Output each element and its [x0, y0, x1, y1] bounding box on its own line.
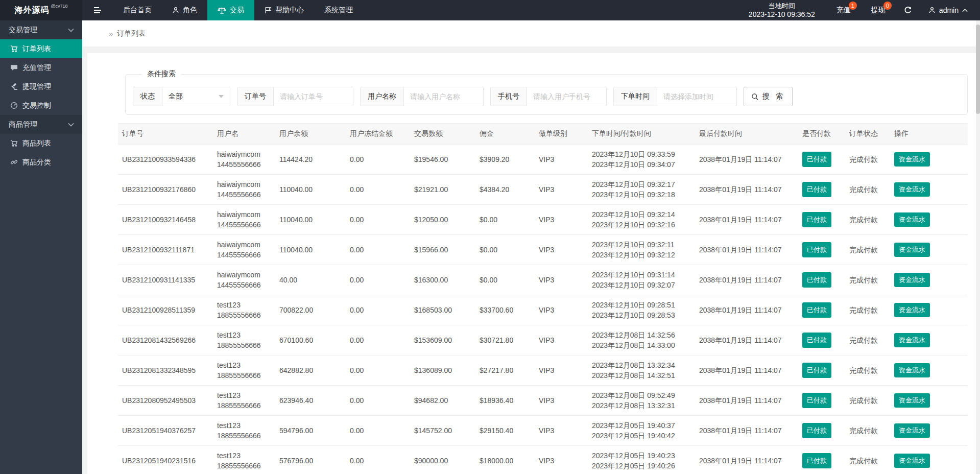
trade-amount-cell: $153609.00 — [410, 325, 475, 356]
order-time-text: 2023年12月10日 09:32:11 — [592, 240, 691, 250]
nav-item-home[interactable]: 后台首页 — [113, 0, 162, 20]
column-header: 最后付款时间 — [695, 124, 798, 145]
paid-status-badge[interactable]: 已付款 — [802, 453, 831, 468]
fund-flow-button[interactable]: 资金流水 — [894, 333, 930, 347]
balance-cell: 110040.00 — [275, 175, 346, 205]
order-pay-time-cell: 2023年12月08日 13:32:34 2023年12月08日 14:32:5… — [588, 356, 695, 386]
paid-status-badge[interactable]: 已付款 — [802, 182, 831, 197]
order-time-input[interactable] — [657, 87, 736, 106]
action-cell: 资金流水 — [890, 325, 968, 356]
nav-item-help[interactable]: 帮助中心 — [254, 0, 314, 20]
user-cell: haiwaiymcom 14455556666 — [213, 145, 275, 175]
order-no-cell: UB2312081332348595 — [118, 356, 213, 386]
frozen-amount-cell: 0.00 — [346, 356, 410, 386]
phone-input[interactable] — [527, 87, 606, 106]
fund-flow-button[interactable]: 资金流水 — [894, 243, 930, 257]
sidebar-item-product-category[interactable]: 商品分类 — [0, 153, 82, 172]
trade-amount-cell: $21921.00 — [410, 175, 475, 205]
user-phone-text: 14455556666 — [217, 280, 271, 290]
commission-cell: $18000.00 — [475, 446, 535, 474]
order-pay-time-cell: 2023年12月10日 09:33:59 2023年12月10日 09:34:0… — [588, 145, 695, 175]
pay-time-text: 2023年12月10日 09:32:16 — [592, 220, 691, 230]
user-phone-text: 14455556666 — [217, 159, 271, 170]
sidebar-item-order-list[interactable]: 订单列表 — [0, 39, 82, 58]
person-icon — [928, 7, 936, 14]
phone-label: 手机号 — [491, 87, 527, 106]
paid-status-badge[interactable]: 已付款 — [802, 212, 831, 227]
order-no-label: 订单号 — [237, 87, 274, 106]
paid-status-badge[interactable]: 已付款 — [802, 393, 831, 408]
fund-flow-button[interactable]: 资金流水 — [894, 152, 930, 167]
vertical-scrollbar-thumb[interactable] — [976, 25, 980, 114]
pay-time-text: 2023年12月08日 13:32:31 — [592, 400, 691, 411]
refresh-button[interactable] — [896, 0, 920, 20]
order-no-cell: UB2312080952495503 — [118, 386, 213, 416]
trade-amount-cell: $16300.00 — [410, 265, 475, 295]
paid-status-badge[interactable]: 已付款 — [802, 242, 831, 257]
paid-status-badge[interactable]: 已付款 — [802, 272, 831, 288]
sidebar-item-trade-control[interactable]: 交易控制 — [0, 96, 82, 115]
nav-item-trade[interactable]: 交易 — [207, 0, 254, 20]
nav-item-system[interactable]: 系统管理 — [314, 0, 363, 20]
username-text: test123 — [217, 330, 271, 340]
sidebar-item-product-list[interactable]: 商品列表 — [0, 134, 82, 153]
frozen-amount-cell: 0.00 — [346, 295, 410, 325]
last-pay-time-cell: 2038年01月19日 11:14:07 — [695, 356, 798, 386]
recharge-button[interactable]: 充值 1 — [826, 0, 861, 20]
pay-time-text: 2023年12月08日 14:33:00 — [592, 340, 691, 350]
sidebar-item-label: 商品分类 — [22, 158, 51, 167]
fund-flow-button[interactable]: 资金流水 — [894, 182, 930, 197]
balance-cell: 114424.20 — [275, 145, 346, 175]
last-pay-time-cell: 2038年01月19日 11:14:07 — [695, 386, 798, 416]
vertical-scrollbar-track[interactable] — [976, 20, 980, 474]
table-row: UB2312081432569266 test123 18855556666 6… — [118, 325, 968, 356]
level-cell: VIP3 — [535, 356, 588, 386]
level-cell: VIP3 — [535, 446, 588, 474]
sidebar-item-recharge-management[interactable]: 充值管理 — [0, 58, 82, 77]
fund-flow-button[interactable]: 资金流水 — [894, 423, 930, 438]
order-no-input[interactable] — [274, 87, 353, 106]
username-input[interactable] — [404, 87, 483, 106]
commission-cell: $30721.80 — [475, 325, 535, 356]
nav-label: 交易 — [230, 6, 244, 15]
trade-amount-cell: $12050.00 — [410, 205, 475, 235]
sidebar-group-trade-management[interactable]: 交易管理 — [0, 20, 82, 39]
sidebar-item-withdraw-management[interactable]: 提现管理 — [0, 77, 82, 96]
withdraw-button[interactable]: 提现 0 — [861, 0, 896, 20]
balance-cell: 700822.00 — [275, 295, 346, 325]
status-select[interactable]: 全部 — [162, 87, 230, 106]
level-cell: VIP3 — [535, 175, 588, 205]
trade-amount-cell: $145752.00 — [410, 416, 475, 446]
fund-flow-button[interactable]: 资金流水 — [894, 273, 930, 287]
fund-flow-button[interactable]: 资金流水 — [894, 212, 930, 227]
sidebar-item-label: 交易控制 — [22, 101, 51, 110]
fund-flow-button[interactable]: 资金流水 — [894, 393, 930, 408]
fund-flow-button[interactable]: 资金流水 — [894, 363, 930, 377]
sidebar-group-product-management[interactable]: 商品管理 — [0, 115, 82, 134]
fund-flow-button[interactable]: 资金流水 — [894, 454, 930, 468]
link-icon — [10, 158, 18, 166]
user-phone-text: 18855556666 — [217, 340, 271, 350]
search-panel-legend: 条件搜索 — [142, 69, 181, 79]
order-no-cell: UB2312100931141335 — [118, 265, 213, 295]
user-cell: test123 18855556666 — [213, 446, 275, 474]
search-button[interactable]: 搜 索 — [744, 87, 793, 106]
paid-status-badge[interactable]: 已付款 — [802, 363, 831, 378]
fund-flow-button[interactable]: 资金流水 — [894, 303, 930, 317]
paid-status-badge[interactable]: 已付款 — [802, 333, 831, 348]
trade-amount-cell: $90000.00 — [410, 446, 475, 474]
status-selected-value: 全部 — [169, 92, 183, 101]
phone-filter: 手机号 — [490, 87, 607, 106]
order-status-cell: 完成付款 — [845, 416, 890, 446]
order-status-cell: 完成付款 — [845, 325, 890, 356]
sidebar-toggle-button[interactable] — [82, 0, 113, 20]
balance-cell: 594796.00 — [275, 416, 346, 446]
nav-item-roles[interactable]: 角色 — [162, 0, 207, 20]
user-menu[interactable]: admin — [920, 0, 980, 20]
pay-time-text: 2023年12月10日 09:32:12 — [592, 250, 691, 260]
balance-cell: 110040.00 — [275, 205, 346, 235]
paid-status-badge[interactable]: 已付款 — [802, 423, 831, 438]
pay-time-text: 2023年12月10日 09:34:07 — [592, 159, 691, 170]
paid-status-badge[interactable]: 已付款 — [802, 302, 831, 318]
paid-status-badge[interactable]: 已付款 — [802, 152, 831, 167]
